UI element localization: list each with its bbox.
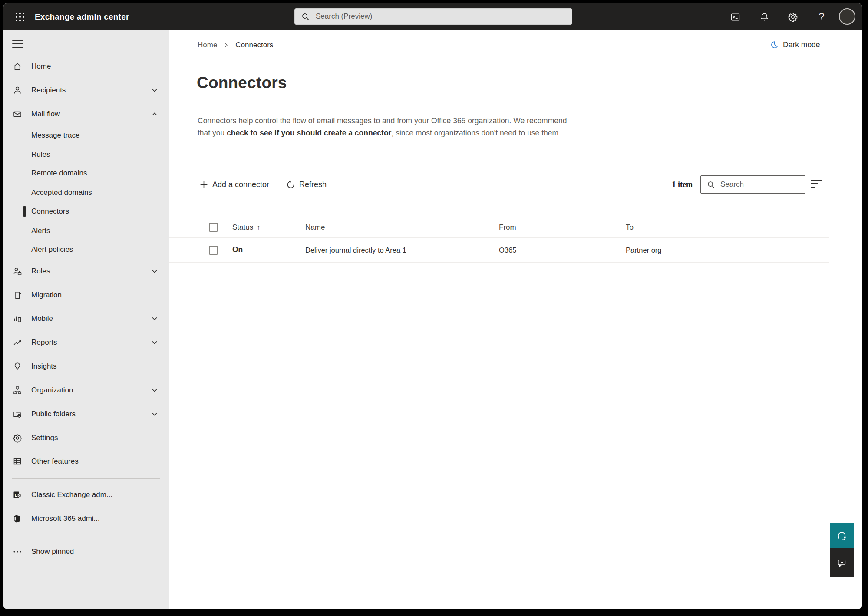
person-icon (12, 85, 23, 96)
divider (12, 478, 160, 479)
lightbulb-icon (12, 361, 23, 372)
breadcrumb-current: Connectors (235, 41, 273, 49)
sidebar-item-migration[interactable]: Migration (3, 286, 169, 305)
list-search-box[interactable] (700, 175, 805, 194)
column-header-status[interactable]: Status ↑ (232, 223, 260, 232)
chevron-down-icon (150, 386, 159, 395)
page-description: Connectors help control the flow of emai… (198, 115, 568, 139)
sidebar-item-microsoft-365[interactable]: Microsoft 365 admi... (3, 509, 169, 528)
sidebar-item-message-trace[interactable]: Message trace (3, 126, 169, 145)
select-all-checkbox[interactable] (209, 223, 218, 232)
help-button[interactable] (830, 523, 854, 548)
gear-icon[interactable] (782, 7, 803, 27)
refresh-icon (286, 180, 295, 189)
divider (198, 171, 829, 171)
svg-text:E: E (15, 493, 17, 497)
sort-ascending-icon: ↑ (257, 224, 260, 231)
home-icon (12, 61, 23, 72)
main-content: Home Connectors Dark mode Connectors Con… (169, 30, 862, 609)
global-search-box[interactable] (294, 8, 572, 25)
feedback-button[interactable] (830, 548, 854, 577)
avatar[interactable] (839, 8, 855, 25)
column-header-from[interactable]: From (499, 223, 516, 232)
search-icon (301, 13, 310, 21)
row-status: On (232, 245, 243, 254)
sidebar-item-home[interactable]: Home (3, 57, 169, 76)
row-name: Deliver journal directly to Area 1 (305, 246, 406, 254)
sidebar-item-show-pinned[interactable]: Show pinned (3, 542, 169, 561)
filter-icon[interactable] (811, 180, 824, 190)
migration-icon (12, 290, 23, 300)
column-header-name[interactable]: Name (305, 223, 325, 232)
sidebar-item-recipients[interactable]: Recipients (3, 81, 169, 100)
breadcrumb: Home Connectors (198, 39, 273, 51)
reports-icon (12, 337, 23, 348)
sidebar-item-remote-domains[interactable]: Remote domains (3, 164, 169, 183)
sidebar-item-rules[interactable]: Rules (3, 145, 169, 164)
breadcrumb-home-link[interactable]: Home (198, 41, 217, 49)
row-from: O365 (499, 246, 516, 254)
exchange-logo-icon: E (12, 490, 23, 500)
gear-icon (12, 433, 23, 443)
column-header-to[interactable]: To (626, 223, 634, 232)
ellipsis-icon (12, 547, 23, 557)
sidebar-item-alerts[interactable]: Alerts (3, 221, 169, 240)
plus-icon (199, 180, 208, 189)
chevron-up-icon (150, 110, 159, 119)
app-launcher-icon[interactable] (11, 8, 29, 26)
chevron-down-icon (150, 86, 159, 95)
chevron-down-icon (150, 410, 159, 418)
mail-icon (12, 109, 23, 119)
bell-icon[interactable] (754, 7, 775, 27)
global-search-input[interactable] (315, 12, 572, 21)
dark-mode-toggle[interactable]: Dark mode (769, 38, 820, 51)
table-row[interactable]: On Deliver journal directly to Area 1 O3… (169, 237, 829, 263)
table-icon (12, 456, 23, 467)
divider (12, 536, 160, 536)
chevron-down-icon (150, 338, 159, 347)
terminal-icon[interactable] (725, 7, 746, 27)
list-search-input[interactable] (719, 180, 817, 189)
sidebar-item-roles[interactable]: Roles (3, 262, 169, 281)
create-connector-check-link[interactable]: check to see if you should create a conn… (227, 128, 391, 137)
folder-globe-icon (12, 409, 23, 419)
item-count: 1 item (642, 177, 693, 192)
hamburger-menu-icon[interactable] (12, 36, 30, 51)
page-title: Connectors (197, 74, 287, 92)
sidebar-item-connectors[interactable]: Connectors (3, 202, 169, 221)
sidebar-item-insights[interactable]: Insights (3, 357, 169, 376)
app-title: Exchange admin center (35, 3, 129, 30)
help-icon[interactable]: ? (811, 7, 832, 27)
chevron-down-icon (150, 267, 159, 276)
sidebar-item-mail-flow[interactable]: Mail flow (3, 105, 169, 124)
chat-icon (836, 557, 847, 568)
sidebar-item-settings[interactable]: Settings (3, 428, 169, 448)
dark-mode-label: Dark mode (783, 40, 820, 49)
sidebar-nav: Home Recipients Mail flow Message trace … (3, 30, 169, 609)
sidebar-item-public-folders[interactable]: Public folders (3, 405, 169, 424)
chevron-right-icon (223, 42, 229, 48)
org-chart-icon (12, 385, 23, 395)
mobile-icon (12, 313, 23, 324)
headset-icon (836, 530, 848, 542)
app-window: Exchange admin center (3, 3, 862, 609)
sidebar-item-mobile[interactable]: Mobile (3, 309, 169, 328)
table-header: Status ↑ Name From To (169, 217, 829, 237)
top-bar: Exchange admin center (3, 3, 862, 30)
add-connector-button[interactable]: Add a connector (199, 177, 269, 192)
refresh-button[interactable]: Refresh (286, 177, 327, 192)
chevron-down-icon (150, 314, 159, 323)
roles-icon (12, 266, 23, 277)
sidebar-item-other-features[interactable]: Other features (3, 452, 169, 471)
sidebar-item-classic-exchange[interactable]: E Classic Exchange adm... (3, 485, 169, 504)
sidebar-item-reports[interactable]: Reports (3, 333, 169, 352)
sidebar-item-accepted-domains[interactable]: Accepted domains (3, 183, 169, 202)
microsoft-365-logo-icon (12, 514, 23, 524)
row-to: Partner org (626, 246, 662, 254)
row-checkbox[interactable] (209, 246, 218, 255)
search-icon (707, 181, 715, 189)
sidebar-item-alert-policies[interactable]: Alert policies (3, 240, 169, 259)
sidebar-item-organization[interactable]: Organization (3, 381, 169, 400)
moon-icon (769, 40, 779, 50)
